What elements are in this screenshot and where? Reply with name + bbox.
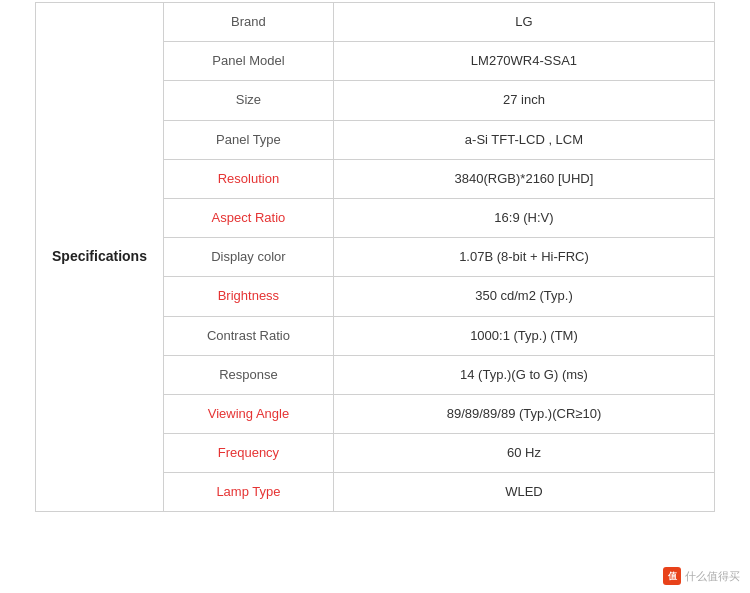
row-value: 1000:1 (Typ.) (TM) [333, 316, 714, 355]
row-label: Viewing Angle [163, 394, 333, 433]
row-label: Brand [163, 3, 333, 42]
row-value: 1.07B (8-bit + Hi-FRC) [333, 238, 714, 277]
row-value: LG [333, 3, 714, 42]
row-label: Lamp Type [163, 473, 333, 512]
watermark-text: 什么值得买 [685, 569, 740, 584]
row-label: Response [163, 355, 333, 394]
row-label: Panel Model [163, 42, 333, 81]
section-label: Specifications [36, 3, 164, 512]
row-value: a-Si TFT-LCD , LCM [333, 120, 714, 159]
row-label: Contrast Ratio [163, 316, 333, 355]
row-label: Resolution [163, 159, 333, 198]
row-label: Display color [163, 238, 333, 277]
row-value: WLED [333, 473, 714, 512]
watermark-icon: 值 [663, 567, 681, 585]
row-label: Frequency [163, 434, 333, 473]
page-wrapper: SpecificationsBrandLGPanel ModelLM270WR4… [0, 0, 750, 593]
row-value: 3840(RGB)*2160 [UHD] [333, 159, 714, 198]
row-value: 27 inch [333, 81, 714, 120]
row-value: 16:9 (H:V) [333, 198, 714, 237]
row-value: 14 (Typ.)(G to G) (ms) [333, 355, 714, 394]
row-value: 60 Hz [333, 434, 714, 473]
row-value: LM270WR4-SSA1 [333, 42, 714, 81]
row-label: Aspect Ratio [163, 198, 333, 237]
row-value: 89/89/89/89 (Typ.)(CR≥10) [333, 394, 714, 433]
watermark: 值 什么值得买 [663, 567, 740, 585]
row-label: Panel Type [163, 120, 333, 159]
row-label: Brightness [163, 277, 333, 316]
row-value: 350 cd/m2 (Typ.) [333, 277, 714, 316]
specifications-table: SpecificationsBrandLGPanel ModelLM270WR4… [35, 2, 715, 512]
row-label: Size [163, 81, 333, 120]
